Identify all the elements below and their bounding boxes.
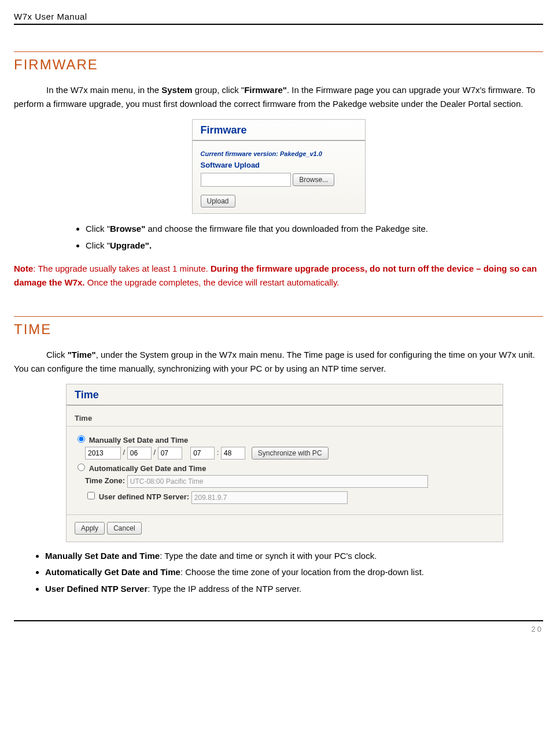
text: : Choose the time zone of your location …	[180, 567, 424, 577]
section-divider	[14, 316, 543, 317]
timezone-select[interactable]	[127, 475, 428, 488]
time-panel-title: Time	[67, 384, 503, 406]
time-actions: Apply Cancel	[67, 515, 503, 542]
firmware-file-input[interactable]	[201, 173, 291, 187]
time-panel-wrap: Time Time Manually Set Date and Time / /…	[66, 384, 503, 542]
text: : Type the date and time or synch it wit…	[160, 551, 377, 561]
firmware-version: Current firmware version: Pakedge_v1.0	[201, 150, 349, 157]
day-input[interactable]	[158, 447, 182, 459]
firmware-note: Note: The upgrade usually takes at least…	[14, 262, 543, 290]
text: Manually Set Date and Time	[45, 551, 160, 561]
text: Click "	[86, 240, 110, 250]
list-item: Automatically Get Date and Time: Choose …	[45, 564, 543, 581]
text: Click "	[86, 224, 110, 234]
time-panel: Time Time Manually Set Date and Time / /…	[66, 384, 503, 542]
apply-button[interactable]: Apply	[75, 522, 105, 535]
auto-time-radio[interactable]	[78, 464, 85, 471]
text: and choose the firmware file that you do…	[145, 224, 428, 234]
firmware-bullets: Click "Browse" and choose the firmware f…	[72, 221, 543, 254]
text: Upgrade".	[110, 240, 152, 250]
time-legend: Time	[75, 414, 495, 423]
year-input[interactable]	[85, 447, 121, 459]
firmware-heading: FIRMWARE	[14, 57, 543, 73]
header-title: W7x User Manual	[14, 12, 87, 21]
text: Browse"	[110, 224, 145, 234]
text: "Time"	[68, 350, 96, 360]
text: User Defined NTP Server	[45, 584, 147, 594]
month-input[interactable]	[127, 447, 152, 459]
firmware-panel-title: Firmware	[193, 120, 365, 141]
text: Firmware"	[244, 85, 287, 95]
ntp-input[interactable]	[191, 491, 348, 504]
text: Click	[46, 350, 68, 360]
ntp-checkbox[interactable]	[87, 492, 95, 499]
text: In the W7x main menu, in the	[46, 85, 161, 95]
manual-time-label: Manually Set Date and Time	[89, 436, 189, 444]
browse-button[interactable]: Browse...	[293, 173, 334, 186]
cancel-button[interactable]: Cancel	[107, 522, 141, 535]
time-heading: TIME	[14, 321, 543, 338]
list-item: Click "Browse" and choose the firmware f…	[86, 221, 543, 238]
hour-input[interactable]	[190, 447, 215, 459]
upload-button[interactable]: Upload	[201, 195, 235, 207]
text: System	[161, 85, 192, 95]
text: Note	[14, 264, 33, 273]
sync-pc-button[interactable]: Synchronize with PC	[252, 447, 329, 459]
minute-input[interactable]	[221, 447, 245, 459]
text: : Type the IP address of the NTP server.	[147, 584, 301, 594]
list-item: Click "Upgrade".	[86, 238, 543, 254]
list-item: Manually Set Date and Time: Type the dat…	[45, 548, 543, 565]
text: : The upgrade usually takes at least 1 m…	[33, 264, 211, 273]
timezone-label: Time Zone:	[85, 476, 125, 485]
ntp-label: User defined NTP Server:	[99, 492, 190, 501]
manual-time-radio[interactable]	[78, 435, 85, 443]
time-bullets: Manually Set Date and Time: Type the dat…	[31, 548, 543, 598]
firmware-panel: Firmware Current firmware version: Paked…	[192, 119, 366, 214]
firmware-intro: In the W7x main menu, in the System grou…	[14, 83, 543, 111]
page-footer: 20	[14, 620, 543, 633]
time-intro: Click "Time", under the System group in …	[14, 348, 543, 376]
text: Once the upgrade completes, the device w…	[85, 277, 340, 287]
section-divider	[14, 51, 543, 52]
auto-time-label: Automatically Get Date and Time	[89, 464, 206, 473]
page-header: W7x User Manual	[14, 12, 543, 25]
text: group, click "	[193, 85, 245, 95]
time-group: Manually Set Date and Time / / : Synchro…	[67, 426, 503, 515]
firmware-panel-wrap: Firmware Current firmware version: Paked…	[192, 119, 366, 214]
software-upload-label: Software Upload	[201, 161, 349, 169]
list-item: User Defined NTP Server: Type the IP add…	[45, 581, 543, 598]
page-number: 20	[532, 625, 543, 633]
text: Automatically Get Date and Time	[45, 567, 180, 577]
